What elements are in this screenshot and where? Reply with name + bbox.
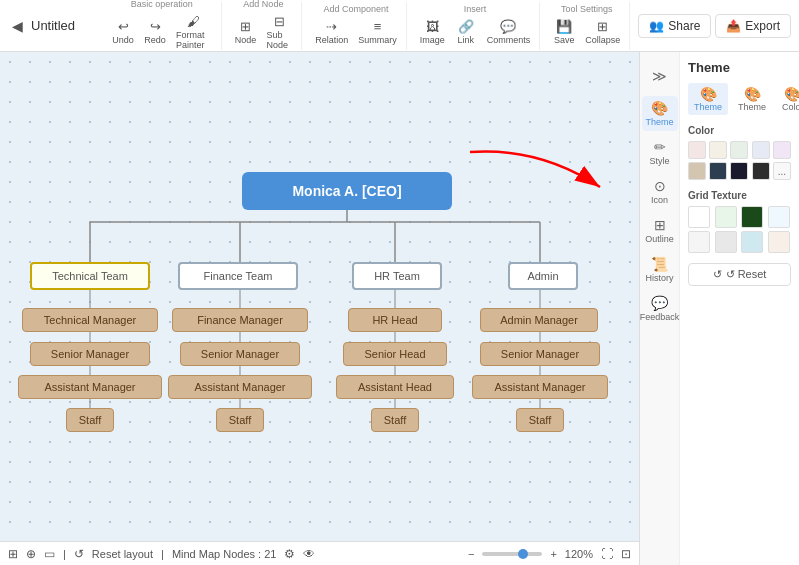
sidebar-icon-theme[interactable]: 🎨 Theme (642, 96, 678, 131)
toolbar: ◀ Untitled Basic operation ↩Undo ↪Redo 🖌… (0, 0, 799, 52)
zoom-plus[interactable]: + (550, 548, 556, 560)
image-button[interactable]: 🖼Image (417, 17, 448, 47)
redo-button[interactable]: ↪Redo (141, 17, 169, 47)
team-node-hr[interactable]: HR Team (352, 262, 442, 290)
addnode-items: ⊞Node ⊟Sub Node (232, 12, 296, 52)
staff-node[interactable]: Staff (216, 408, 264, 432)
staff-node[interactable]: Staff (516, 408, 564, 432)
color-section-label: Color (688, 125, 791, 136)
toolbar-group-addcomp: Add Component ⇢Relation ≡Summary (306, 2, 407, 50)
color-swatch[interactable] (688, 141, 706, 159)
zoom-slider[interactable] (482, 552, 542, 556)
reset-icon: ↺ (713, 268, 722, 281)
undo-button[interactable]: ↩Undo (109, 17, 137, 47)
outline-icon: ⊞ (654, 217, 666, 233)
right-sidebar: ≫ 🎨 Theme ✏ Style ⊙ Icon ⊞ Outline 📜 His… (639, 52, 799, 565)
team-node-admin[interactable]: Admin (508, 262, 578, 290)
statusbar-frame-icon[interactable]: ▭ (44, 547, 55, 561)
staff-node[interactable]: Finance Manager (172, 308, 308, 332)
texture-swatch[interactable] (688, 206, 710, 228)
team-node-finance[interactable]: Finance Team (178, 262, 298, 290)
texture-swatch[interactable] (741, 231, 763, 253)
staff-node[interactable]: Staff (371, 408, 419, 432)
icon-icon: ⊙ (654, 178, 666, 194)
sidebar-icon-icon[interactable]: ⊙ Icon (642, 174, 678, 209)
canvas-area[interactable]: Monica A. [CEO] Technical Team Finance T… (0, 52, 639, 565)
texture-swatch[interactable] (715, 231, 737, 253)
color-palette: ... (688, 141, 791, 180)
color-swatch[interactable] (752, 162, 770, 180)
staff-node[interactable]: Assistant Manager (18, 375, 162, 399)
team-node-technical[interactable]: Technical Team (30, 262, 150, 290)
reset-button[interactable]: ↺ ↺ Reset (688, 263, 791, 286)
reset-layout-label[interactable]: Reset layout (92, 548, 153, 560)
staff-node[interactable]: Admin Manager (480, 308, 598, 332)
nodes-eye-icon[interactable]: 👁 (303, 547, 315, 561)
relation-button[interactable]: ⇢Relation (312, 17, 351, 47)
share-button[interactable]: 👥 Share (638, 14, 711, 38)
staff-node[interactable]: Assistant Manager (168, 375, 312, 399)
sidebar-collapse-button[interactable]: ≫ (648, 64, 672, 88)
staff-node[interactable]: Assistant Manager (472, 375, 608, 399)
texture-swatch[interactable] (768, 206, 790, 228)
nodes-label: Mind Map Nodes : 21 (172, 548, 277, 560)
staff-node[interactable]: Assistant Head (336, 375, 454, 399)
sidebar-icon-outline[interactable]: ⊞ Outline (642, 213, 678, 248)
link-button[interactable]: 🔗Link (452, 17, 480, 47)
nodes-settings-icon[interactable]: ⚙ (284, 547, 295, 561)
format-painter-button[interactable]: 🖌Format Painter (173, 12, 215, 52)
sidebar-icon-feedback[interactable]: 💬 Feedback (642, 291, 678, 326)
color-swatch[interactable] (773, 141, 791, 159)
zoom-minus[interactable]: − (468, 548, 474, 560)
staff-node[interactable]: Staff (66, 408, 114, 432)
group-label-basic: Basic operation (131, 0, 193, 9)
document-title[interactable]: Untitled (31, 18, 91, 33)
fit-icon[interactable]: ⊡ (621, 547, 631, 561)
comments-button[interactable]: 💬Comments (484, 17, 534, 47)
ceo-node[interactable]: Monica A. [CEO] (242, 172, 452, 210)
staff-node[interactable]: Senior Manager (480, 342, 600, 366)
collapse-button[interactable]: ⊞Collapse (582, 17, 623, 47)
summary-button[interactable]: ≡Summary (355, 17, 400, 47)
color-swatch[interactable] (688, 162, 706, 180)
export-button[interactable]: 📤 Export (715, 14, 791, 38)
node-button[interactable]: ⊞Node (232, 17, 260, 47)
reset-layout-icon[interactable]: ↺ (74, 547, 84, 561)
staff-node[interactable]: Senior Head (343, 342, 447, 366)
color-swatch[interactable] (730, 162, 748, 180)
staff-node[interactable]: Senior Manager (180, 342, 300, 366)
texture-swatch[interactable] (715, 206, 737, 228)
panel-tab-theme2[interactable]: 🎨 Theme (732, 83, 772, 115)
staff-node[interactable]: Technical Manager (22, 308, 158, 332)
subnode-button[interactable]: ⊟Sub Node (264, 12, 296, 52)
texture-palette (688, 206, 791, 253)
color-swatch[interactable] (730, 141, 748, 159)
statusbar-divider2: | (161, 548, 164, 560)
statusbar-grid-icon[interactable]: ⊞ (8, 547, 18, 561)
texture-swatch[interactable] (688, 231, 710, 253)
color-swatch[interactable] (709, 141, 727, 159)
insert-items: 🖼Image 🔗Link 💬Comments (417, 17, 534, 47)
group-label-addnode: Add Node (243, 0, 283, 9)
color-swatch[interactable] (752, 141, 770, 159)
panel-tab-theme[interactable]: 🎨 Theme (688, 83, 728, 115)
statusbar-plus-icon[interactable]: ⊕ (26, 547, 36, 561)
sidebar-icon-history[interactable]: 📜 History (642, 252, 678, 287)
staff-node[interactable]: Senior Manager (30, 342, 150, 366)
texture-swatch[interactable] (768, 231, 790, 253)
texture-swatch[interactable] (741, 206, 763, 228)
save-button[interactable]: 💾Save (550, 17, 578, 47)
group-label-tools: Tool Settings (561, 4, 613, 14)
staff-node[interactable]: HR Head (348, 308, 442, 332)
sidebar-panel: Theme 🎨 Theme 🎨 Theme 🎨 Color 🖼 Backdr (680, 52, 799, 565)
sidebar-icon-style[interactable]: ✏ Style (642, 135, 678, 170)
color-swatch[interactable] (709, 162, 727, 180)
toolbar-group-addnode: Add Node ⊞Node ⊟Sub Node (226, 2, 303, 50)
main-area: Monica A. [CEO] Technical Team Finance T… (0, 52, 799, 565)
fullscreen-icon[interactable]: ⛶ (601, 547, 613, 561)
back-button[interactable]: ◀ (8, 16, 27, 36)
sidebar-icon-column: ≫ 🎨 Theme ✏ Style ⊙ Icon ⊞ Outline 📜 His… (640, 52, 680, 565)
toolbar-group-basic: Basic operation ↩Undo ↪Redo 🖌Format Pain… (103, 2, 222, 50)
color-more-button[interactable]: ... (773, 162, 791, 180)
panel-tab-color[interactable]: 🎨 Color (776, 83, 799, 115)
